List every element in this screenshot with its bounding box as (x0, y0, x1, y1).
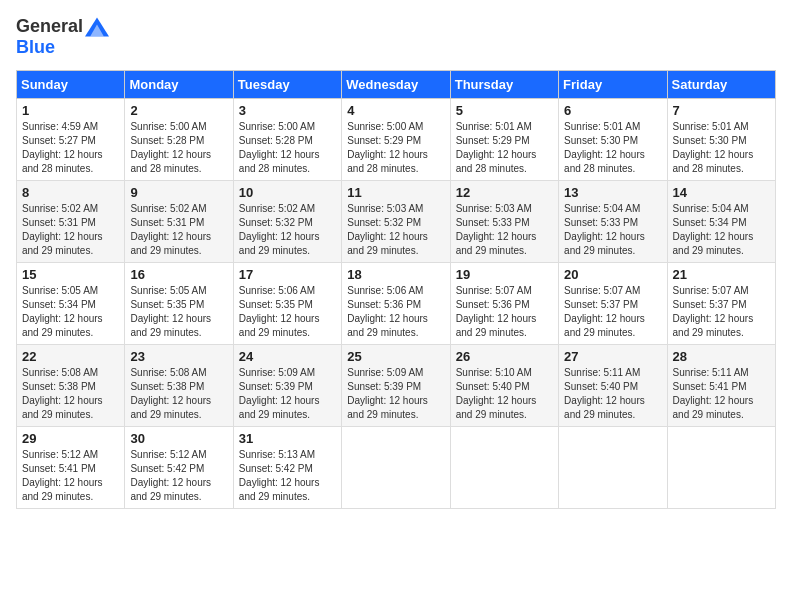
calendar-cell: 10Sunrise: 5:02 AMSunset: 5:32 PMDayligh… (233, 181, 341, 263)
weekday-header-wednesday: Wednesday (342, 71, 450, 99)
day-number: 11 (347, 185, 444, 200)
day-number: 1 (22, 103, 119, 118)
calendar-cell: 1Sunrise: 4:59 AMSunset: 5:27 PMDaylight… (17, 99, 125, 181)
calendar-cell: 9Sunrise: 5:02 AMSunset: 5:31 PMDaylight… (125, 181, 233, 263)
weekday-header-thursday: Thursday (450, 71, 558, 99)
calendar-week-5: 29Sunrise: 5:12 AMSunset: 5:41 PMDayligh… (17, 427, 776, 509)
calendar-cell: 19Sunrise: 5:07 AMSunset: 5:36 PMDayligh… (450, 263, 558, 345)
day-number: 19 (456, 267, 553, 282)
day-number: 17 (239, 267, 336, 282)
day-info: Sunrise: 5:00 AMSunset: 5:29 PMDaylight:… (347, 120, 444, 176)
weekday-header-saturday: Saturday (667, 71, 775, 99)
calendar-cell: 3Sunrise: 5:00 AMSunset: 5:28 PMDaylight… (233, 99, 341, 181)
day-number: 26 (456, 349, 553, 364)
header: General Blue (16, 16, 776, 58)
calendar-cell: 15Sunrise: 5:05 AMSunset: 5:34 PMDayligh… (17, 263, 125, 345)
day-info: Sunrise: 5:01 AMSunset: 5:29 PMDaylight:… (456, 120, 553, 176)
calendar-cell: 30Sunrise: 5:12 AMSunset: 5:42 PMDayligh… (125, 427, 233, 509)
day-info: Sunrise: 5:07 AMSunset: 5:36 PMDaylight:… (456, 284, 553, 340)
day-number: 3 (239, 103, 336, 118)
day-info: Sunrise: 5:08 AMSunset: 5:38 PMDaylight:… (130, 366, 227, 422)
day-info: Sunrise: 5:12 AMSunset: 5:41 PMDaylight:… (22, 448, 119, 504)
calendar-cell (559, 427, 667, 509)
day-number: 31 (239, 431, 336, 446)
day-number: 15 (22, 267, 119, 282)
calendar-cell: 27Sunrise: 5:11 AMSunset: 5:40 PMDayligh… (559, 345, 667, 427)
calendar-cell: 13Sunrise: 5:04 AMSunset: 5:33 PMDayligh… (559, 181, 667, 263)
calendar-table: SundayMondayTuesdayWednesdayThursdayFrid… (16, 70, 776, 509)
day-number: 12 (456, 185, 553, 200)
calendar-cell: 2Sunrise: 5:00 AMSunset: 5:28 PMDaylight… (125, 99, 233, 181)
day-number: 27 (564, 349, 661, 364)
calendar-cell: 29Sunrise: 5:12 AMSunset: 5:41 PMDayligh… (17, 427, 125, 509)
calendar-cell: 31Sunrise: 5:13 AMSunset: 5:42 PMDayligh… (233, 427, 341, 509)
calendar-cell: 8Sunrise: 5:02 AMSunset: 5:31 PMDaylight… (17, 181, 125, 263)
calendar-week-4: 22Sunrise: 5:08 AMSunset: 5:38 PMDayligh… (17, 345, 776, 427)
day-info: Sunrise: 5:13 AMSunset: 5:42 PMDaylight:… (239, 448, 336, 504)
day-info: Sunrise: 5:11 AMSunset: 5:40 PMDaylight:… (564, 366, 661, 422)
calendar-cell: 18Sunrise: 5:06 AMSunset: 5:36 PMDayligh… (342, 263, 450, 345)
calendar-cell: 20Sunrise: 5:07 AMSunset: 5:37 PMDayligh… (559, 263, 667, 345)
day-number: 21 (673, 267, 770, 282)
day-number: 16 (130, 267, 227, 282)
day-info: Sunrise: 5:04 AMSunset: 5:33 PMDaylight:… (564, 202, 661, 258)
calendar-week-3: 15Sunrise: 5:05 AMSunset: 5:34 PMDayligh… (17, 263, 776, 345)
day-number: 6 (564, 103, 661, 118)
calendar-cell: 16Sunrise: 5:05 AMSunset: 5:35 PMDayligh… (125, 263, 233, 345)
day-info: Sunrise: 5:10 AMSunset: 5:40 PMDaylight:… (456, 366, 553, 422)
day-info: Sunrise: 5:05 AMSunset: 5:35 PMDaylight:… (130, 284, 227, 340)
calendar-cell: 7Sunrise: 5:01 AMSunset: 5:30 PMDaylight… (667, 99, 775, 181)
day-number: 7 (673, 103, 770, 118)
day-number: 18 (347, 267, 444, 282)
calendar-cell: 4Sunrise: 5:00 AMSunset: 5:29 PMDaylight… (342, 99, 450, 181)
calendar-cell: 14Sunrise: 5:04 AMSunset: 5:34 PMDayligh… (667, 181, 775, 263)
day-info: Sunrise: 5:01 AMSunset: 5:30 PMDaylight:… (673, 120, 770, 176)
day-number: 22 (22, 349, 119, 364)
logo-blue: Blue (16, 37, 55, 58)
day-number: 2 (130, 103, 227, 118)
calendar-cell: 12Sunrise: 5:03 AMSunset: 5:33 PMDayligh… (450, 181, 558, 263)
day-info: Sunrise: 5:09 AMSunset: 5:39 PMDaylight:… (347, 366, 444, 422)
day-info: Sunrise: 5:12 AMSunset: 5:42 PMDaylight:… (130, 448, 227, 504)
logo: General Blue (16, 16, 109, 58)
day-number: 30 (130, 431, 227, 446)
day-number: 29 (22, 431, 119, 446)
weekday-header-tuesday: Tuesday (233, 71, 341, 99)
calendar-cell: 21Sunrise: 5:07 AMSunset: 5:37 PMDayligh… (667, 263, 775, 345)
day-number: 13 (564, 185, 661, 200)
day-info: Sunrise: 5:02 AMSunset: 5:31 PMDaylight:… (130, 202, 227, 258)
calendar-cell: 24Sunrise: 5:09 AMSunset: 5:39 PMDayligh… (233, 345, 341, 427)
weekday-header-monday: Monday (125, 71, 233, 99)
calendar-cell (667, 427, 775, 509)
day-number: 4 (347, 103, 444, 118)
calendar-cell: 11Sunrise: 5:03 AMSunset: 5:32 PMDayligh… (342, 181, 450, 263)
day-info: Sunrise: 5:09 AMSunset: 5:39 PMDaylight:… (239, 366, 336, 422)
logo-general: General (16, 16, 83, 37)
day-number: 24 (239, 349, 336, 364)
day-info: Sunrise: 5:01 AMSunset: 5:30 PMDaylight:… (564, 120, 661, 176)
day-number: 20 (564, 267, 661, 282)
calendar-week-1: 1Sunrise: 4:59 AMSunset: 5:27 PMDaylight… (17, 99, 776, 181)
day-info: Sunrise: 5:02 AMSunset: 5:31 PMDaylight:… (22, 202, 119, 258)
day-info: Sunrise: 5:08 AMSunset: 5:38 PMDaylight:… (22, 366, 119, 422)
day-info: Sunrise: 5:07 AMSunset: 5:37 PMDaylight:… (564, 284, 661, 340)
calendar-cell: 26Sunrise: 5:10 AMSunset: 5:40 PMDayligh… (450, 345, 558, 427)
weekday-header-sunday: Sunday (17, 71, 125, 99)
day-number: 5 (456, 103, 553, 118)
day-info: Sunrise: 5:07 AMSunset: 5:37 PMDaylight:… (673, 284, 770, 340)
day-info: Sunrise: 5:11 AMSunset: 5:41 PMDaylight:… (673, 366, 770, 422)
day-number: 8 (22, 185, 119, 200)
calendar-cell: 5Sunrise: 5:01 AMSunset: 5:29 PMDaylight… (450, 99, 558, 181)
calendar-cell: 22Sunrise: 5:08 AMSunset: 5:38 PMDayligh… (17, 345, 125, 427)
calendar-cell: 6Sunrise: 5:01 AMSunset: 5:30 PMDaylight… (559, 99, 667, 181)
day-info: Sunrise: 4:59 AMSunset: 5:27 PMDaylight:… (22, 120, 119, 176)
calendar-cell: 23Sunrise: 5:08 AMSunset: 5:38 PMDayligh… (125, 345, 233, 427)
day-info: Sunrise: 5:00 AMSunset: 5:28 PMDaylight:… (239, 120, 336, 176)
day-number: 14 (673, 185, 770, 200)
day-info: Sunrise: 5:04 AMSunset: 5:34 PMDaylight:… (673, 202, 770, 258)
day-info: Sunrise: 5:06 AMSunset: 5:36 PMDaylight:… (347, 284, 444, 340)
day-info: Sunrise: 5:06 AMSunset: 5:35 PMDaylight:… (239, 284, 336, 340)
calendar-week-2: 8Sunrise: 5:02 AMSunset: 5:31 PMDaylight… (17, 181, 776, 263)
day-info: Sunrise: 5:05 AMSunset: 5:34 PMDaylight:… (22, 284, 119, 340)
day-number: 9 (130, 185, 227, 200)
